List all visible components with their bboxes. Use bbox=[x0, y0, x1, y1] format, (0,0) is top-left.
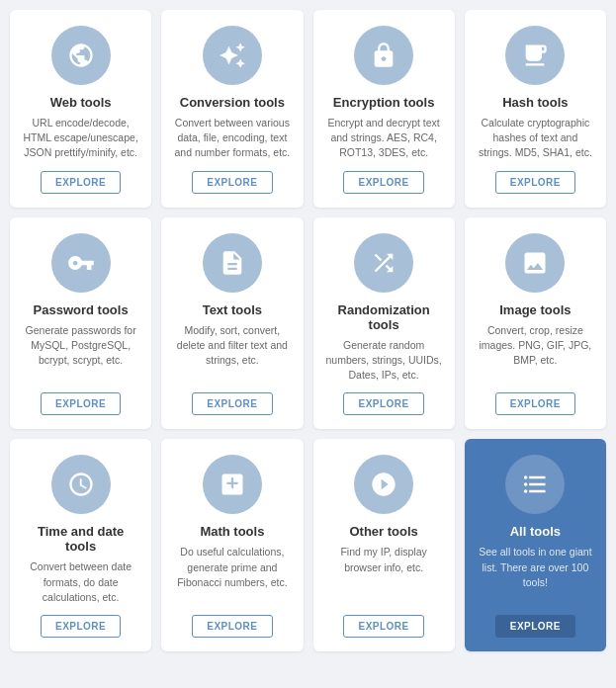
random-icon bbox=[354, 233, 413, 293]
explore-btn-all-tools[interactable]: EXPLORE bbox=[495, 615, 575, 638]
card-hash-tools: Hash tools Calculate cryptographic hashe… bbox=[465, 10, 606, 208]
hash-icon bbox=[505, 26, 565, 85]
card-title-other-tools: Other tools bbox=[349, 524, 417, 539]
password-icon bbox=[51, 233, 111, 293]
explore-btn-image-tools[interactable]: EXPLORE bbox=[495, 392, 575, 415]
explore-btn-hash-tools[interactable]: EXPLORE bbox=[495, 171, 575, 194]
card-title-image-tools: Image tools bbox=[499, 302, 571, 317]
encryption-icon bbox=[354, 26, 413, 85]
card-randomization-tools: Randomization tools Generate random numb… bbox=[313, 217, 455, 430]
card-desc-all-tools: See all tools in one giant list. There a… bbox=[477, 545, 594, 605]
card-desc-other-tools: Find my IP, display browser info, etc. bbox=[325, 545, 443, 605]
card-encryption-tools: Encryption tools Encrypt and decrypt tex… bbox=[313, 10, 455, 208]
tools-grid: Web tools URL encode/decode, HTML escape… bbox=[10, 10, 606, 651]
card-desc-time-tools: Convert between date formats, do date ca… bbox=[22, 559, 139, 605]
explore-btn-other-tools[interactable]: EXPLORE bbox=[343, 615, 423, 638]
card-image-tools: Image tools Convert, crop, resize images… bbox=[465, 217, 606, 430]
card-math-tools: Math tools Do useful calculations, gener… bbox=[161, 439, 303, 651]
list-icon bbox=[505, 455, 565, 514]
other-icon bbox=[354, 455, 413, 514]
card-desc-text-tools: Modify, sort, convert, delete and filter… bbox=[173, 323, 291, 384]
explore-btn-randomization-tools[interactable]: EXPLORE bbox=[343, 392, 423, 415]
image-icon bbox=[505, 233, 565, 293]
card-title-hash-tools: Hash tools bbox=[502, 95, 568, 110]
card-desc-encryption-tools: Encrypt and decrypt text and strings. AE… bbox=[325, 116, 443, 161]
card-desc-password-tools: Generate passwords for MySQL, PostgreSQL… bbox=[22, 323, 139, 384]
math-icon bbox=[203, 455, 262, 514]
card-title-time-tools: Time and date tools bbox=[22, 524, 139, 554]
card-title-web-tools: Web tools bbox=[50, 95, 112, 110]
card-title-password-tools: Password tools bbox=[34, 302, 129, 317]
time-icon bbox=[51, 455, 111, 514]
card-desc-math-tools: Do useful calculations, generate prime a… bbox=[173, 545, 291, 605]
card-other-tools: Other tools Find my IP, display browser … bbox=[313, 439, 455, 651]
card-title-math-tools: Math tools bbox=[200, 524, 264, 539]
card-all-tools: All tools See all tools in one giant lis… bbox=[465, 439, 606, 651]
card-password-tools: Password tools Generate passwords for My… bbox=[10, 217, 151, 430]
explore-btn-conversion-tools[interactable]: EXPLORE bbox=[192, 171, 272, 194]
card-web-tools: Web tools URL encode/decode, HTML escape… bbox=[10, 10, 151, 208]
card-title-conversion-tools: Conversion tools bbox=[180, 95, 285, 110]
card-title-all-tools: All tools bbox=[510, 524, 561, 539]
web-icon bbox=[51, 26, 111, 85]
card-desc-randomization-tools: Generate random numbers, strings, UUIDs,… bbox=[325, 338, 443, 384]
conversion-icon bbox=[203, 26, 262, 85]
explore-btn-web-tools[interactable]: EXPLORE bbox=[41, 171, 121, 194]
card-title-encryption-tools: Encryption tools bbox=[333, 95, 435, 110]
explore-btn-math-tools[interactable]: EXPLORE bbox=[192, 615, 272, 638]
card-desc-hash-tools: Calculate cryptographic hashes of text a… bbox=[477, 116, 594, 161]
card-desc-conversion-tools: Convert between various data, file, enco… bbox=[173, 116, 291, 161]
explore-btn-encryption-tools[interactable]: EXPLORE bbox=[343, 171, 423, 194]
explore-btn-password-tools[interactable]: EXPLORE bbox=[41, 392, 121, 415]
card-text-tools: Text tools Modify, sort, convert, delete… bbox=[161, 217, 303, 430]
text-icon bbox=[203, 233, 262, 293]
card-conversion-tools: Conversion tools Convert between various… bbox=[161, 10, 303, 208]
card-desc-web-tools: URL encode/decode, HTML escape/unescape,… bbox=[22, 116, 139, 161]
card-desc-image-tools: Convert, crop, resize images. PNG, GIF, … bbox=[477, 323, 594, 384]
card-title-text-tools: Text tools bbox=[203, 302, 262, 317]
card-time-tools: Time and date tools Convert between date… bbox=[10, 439, 151, 651]
explore-btn-time-tools[interactable]: EXPLORE bbox=[41, 615, 121, 638]
explore-btn-text-tools[interactable]: EXPLORE bbox=[192, 392, 272, 415]
card-title-randomization-tools: Randomization tools bbox=[325, 302, 443, 332]
